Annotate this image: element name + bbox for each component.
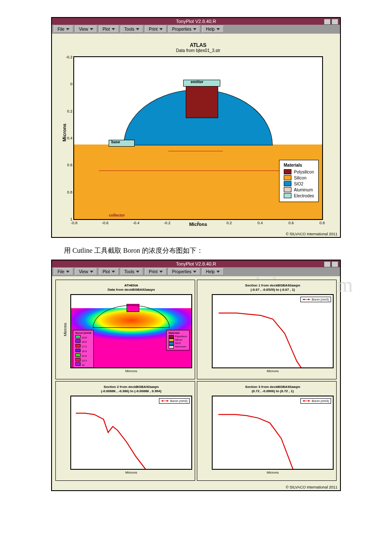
tonyplot-window-2: TonyPlot V2.8.40.R FileViewPlotToolsPrin… xyxy=(51,260,341,491)
dropdown-icon xyxy=(112,271,115,273)
panel-3: Section 3 from deckBGBA92aaqm(0.72 , -0.… xyxy=(197,381,337,481)
titlebar-buttons xyxy=(324,261,338,267)
footer: © SILVACO International 2011 xyxy=(52,231,340,237)
legend-label: Electrodes xyxy=(294,194,314,198)
y-tick: 1 xyxy=(70,217,72,221)
junction-line-2 xyxy=(99,171,297,171)
materials-legend: MaterialsPolysiliconSiliconSiO2Aluminum xyxy=(166,330,190,350)
caption-text: 用 Cutline 工具截取 Boron 的浓度分布图如下： xyxy=(64,246,341,255)
panel-2: Section 2 from deckBGBA92aaqm(-0.00886 ,… xyxy=(55,381,195,481)
dropdown-icon xyxy=(66,271,69,273)
x-tick: -0.6 xyxy=(102,221,109,225)
dropdown-icon xyxy=(159,28,163,30)
x-tick: -0.8 xyxy=(71,221,78,225)
dropdown-icon xyxy=(90,28,93,30)
panel-plot[interactable]: 11121314151617181920210.20.40.60.811.2Bo… xyxy=(70,396,192,470)
data-curve xyxy=(213,396,333,470)
y-tick: 0 xyxy=(70,82,72,86)
y-tick: 0.4 xyxy=(67,136,72,140)
panel-title: ATHENAData from deckBGBA92aaqm xyxy=(70,283,192,292)
dropdown-icon xyxy=(90,271,93,273)
junction-line-1 xyxy=(168,151,223,151)
panel-1: Section 1 from deckBGBA92aaqm(-0.67 , -0… xyxy=(197,280,337,379)
dropdown-icon xyxy=(159,271,163,273)
emitter-label: emitter xyxy=(191,80,204,84)
x-tick: 0.6 xyxy=(288,221,294,225)
window-title: TonyPlot V2.8.40.R xyxy=(176,261,216,266)
minimize-button[interactable] xyxy=(324,261,331,267)
x-tick: 0.4 xyxy=(257,221,263,225)
menu-print[interactable]: Print xyxy=(145,268,167,275)
maximize-button[interactable] xyxy=(331,261,338,267)
y-tick: -0.2 xyxy=(66,55,72,59)
menu-plot[interactable]: Plot xyxy=(99,26,119,33)
maximize-button[interactable] xyxy=(331,19,338,25)
polysilicon-region xyxy=(186,85,218,118)
y-tick: 0.8 xyxy=(67,190,72,194)
panel-xlabel: Microns xyxy=(212,471,334,474)
menu-file[interactable]: File xyxy=(54,268,73,275)
menu-properties[interactable]: Properties xyxy=(168,26,201,33)
panel-0: ATHENAData from deckBGBA92aaqm-0.200.20.… xyxy=(55,280,195,379)
panel-xlabel: Microns xyxy=(70,471,192,474)
panel-plot[interactable]: 11121314151617181920210.10.20.30.40.50.6… xyxy=(212,294,334,368)
plot-subtitle: Data from bjtex01_3.str xyxy=(73,48,323,53)
data-curve xyxy=(213,295,333,368)
menu-plot[interactable]: Plot xyxy=(99,268,119,275)
quad-plot-grid: ATHENAData from deckBGBA92aaqm-0.200.20.… xyxy=(52,276,340,484)
contour-legend: Boron (/cm3)19.818.517.215.914.613.312 xyxy=(73,330,94,368)
panel-title: Section 3 from deckBGBA92aaqm(0.72 , -0.… xyxy=(212,385,334,393)
menu-print[interactable]: Print xyxy=(145,26,167,33)
titlebar: TonyPlot V2.8.40.R xyxy=(52,18,340,25)
window-title: TonyPlot V2.8.40.R xyxy=(176,19,216,24)
y-tick: 0.6 xyxy=(67,163,72,167)
y-axis-label: Microns xyxy=(62,123,67,141)
legend-title: Materials xyxy=(284,163,314,168)
legend-swatch xyxy=(284,175,291,180)
menu-help[interactable]: Help xyxy=(202,26,224,33)
menu-tools[interactable]: Tools xyxy=(121,26,143,33)
legend-swatch xyxy=(284,181,291,186)
x-tick: 0.2 xyxy=(226,221,232,225)
plot-area[interactable]: emitter base collector Materials Polysil… xyxy=(73,56,323,220)
dropdown-icon xyxy=(193,271,196,273)
data-curve xyxy=(71,396,191,470)
dropdown-icon xyxy=(112,28,115,30)
legend-swatch xyxy=(284,187,291,192)
menu-properties[interactable]: Properties xyxy=(168,268,201,275)
panel-xlabel: Microns xyxy=(70,369,192,373)
titlebar-buttons xyxy=(324,19,338,25)
collector-label: collector xyxy=(109,213,125,217)
tonyplot-window-1: TonyPlot V2.8.40.R FileViewPlotToolsPrin… xyxy=(51,17,341,238)
panel-ylabel: Microns xyxy=(63,323,67,336)
menubar: FileViewPlotToolsPrintPropertiesHelp xyxy=(52,25,340,34)
panel-plot[interactable]: -0.200.20.40.60.81-0.8-0.6-0.4-0.200.20.… xyxy=(70,294,192,368)
dropdown-icon xyxy=(136,271,139,273)
dropdown-icon xyxy=(136,28,139,30)
panel-plot[interactable]: 11121314151617181920210.10.20.30.40.50.6… xyxy=(212,396,334,470)
menu-tools[interactable]: Tools xyxy=(121,268,143,275)
minimize-button[interactable] xyxy=(324,19,331,25)
plot-canvas: Microns ATLAS Data from bjtex01_3.str em… xyxy=(52,34,340,231)
panel-title: Section 2 from deckBGBA92aaqm(-0.00886 ,… xyxy=(70,385,192,393)
legend-swatch xyxy=(284,193,291,198)
legend-label: Aluminum xyxy=(294,188,313,192)
footer: © SILVACO International 2011 xyxy=(52,484,340,490)
titlebar: TonyPlot V2.8.40.R xyxy=(52,260,340,267)
legend-swatch xyxy=(284,169,291,174)
legend-label: SiO2 xyxy=(294,182,303,186)
base-label: base xyxy=(111,140,120,144)
materials-legend: Materials PolysiliconSiliconSiO2Aluminum… xyxy=(279,160,319,202)
dropdown-icon xyxy=(193,28,196,30)
x-tick: -0.4 xyxy=(133,221,140,225)
legend-label: Silicon xyxy=(294,176,306,180)
menu-file[interactable]: File xyxy=(54,26,73,33)
menu-view[interactable]: View xyxy=(75,268,97,275)
menu-view[interactable]: View xyxy=(75,26,97,33)
dropdown-icon xyxy=(66,28,69,30)
legend-label: Polysilicon xyxy=(294,170,314,174)
panel-xlabel: Microns xyxy=(212,369,334,373)
x-tick: 0 xyxy=(197,221,199,225)
y-tick: 0.2 xyxy=(67,109,72,113)
plot-title: ATLAS xyxy=(73,42,323,48)
